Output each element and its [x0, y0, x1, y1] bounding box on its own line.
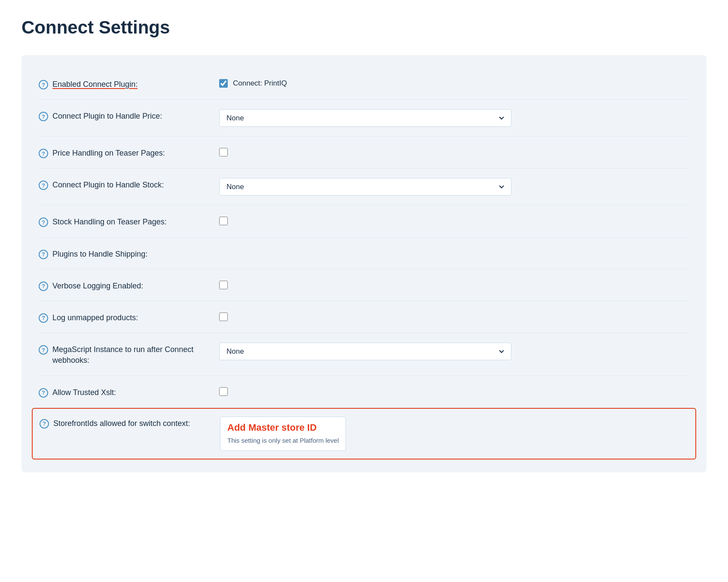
label-col-megascript-instance: ? MegaScript Instance to run after Conne…: [39, 343, 219, 366]
control-col-verbose-logging: [219, 279, 689, 289]
help-icon-enabled-connect-plugin[interactable]: ?: [39, 80, 48, 89]
checkbox-label-enabled-connect-plugin: Connect: PrintIQ: [233, 79, 287, 88]
label-col-price-handling-teaser: ? Price Handling on Teaser Pages:: [39, 146, 219, 159]
checkbox-log-unmapped-products[interactable]: [219, 312, 228, 321]
label-text-megascript-instance: MegaScript Instance to run after Connect…: [52, 344, 219, 366]
label-col-connect-plugin-price: ? Connect Plugin to Handle Price:: [39, 109, 219, 122]
control-col-connect-plugin-price: None: [219, 109, 689, 127]
help-icon-megascript-instance[interactable]: ?: [39, 345, 48, 355]
label-text-storefrontids-switch: StorefrontIds allowed for switch context…: [53, 418, 190, 429]
help-icon-verbose-logging[interactable]: ?: [39, 282, 48, 291]
select-connect-plugin-price[interactable]: None: [219, 109, 511, 127]
label-text-plugins-handle-shipping: Plugins to Handle Shipping:: [52, 249, 147, 260]
help-icon-allow-trusted-xslt[interactable]: ?: [39, 388, 48, 398]
help-icon-connect-plugin-stock[interactable]: ?: [39, 181, 48, 190]
settings-card: ? Enabled Connect Plugin: Connect: Print…: [21, 55, 707, 472]
help-icon-price-handling-teaser[interactable]: ?: [39, 149, 48, 158]
settings-row-megascript-instance: ? MegaScript Instance to run after Conne…: [39, 333, 689, 376]
control-col-log-unmapped-products: [219, 311, 689, 321]
settings-row-connect-plugin-stock: ? Connect Plugin to Handle Stock: None: [39, 168, 689, 205]
settings-row-allow-trusted-xslt: ? Allow Trusted Xslt:: [39, 376, 689, 408]
checkbox-enabled-connect-plugin[interactable]: [219, 79, 228, 88]
control-col-enabled-connect-plugin: Connect: PrintIQ: [219, 77, 689, 88]
label-col-storefrontids-switch: ? StorefrontIds allowed for switch conte…: [40, 417, 220, 429]
select-megascript-instance[interactable]: None: [219, 343, 511, 360]
checkbox-allow-trusted-xslt[interactable]: [219, 387, 228, 396]
settings-row-verbose-logging: ? Verbose Logging Enabled:: [39, 270, 689, 301]
label-text-stock-handling-teaser: Stock Handling on Teaser Pages:: [52, 217, 167, 227]
settings-row-storefrontids-switch: ? StorefrontIds allowed for switch conte…: [32, 408, 696, 459]
label-text-enabled-connect-plugin: Enabled Connect Plugin:: [52, 79, 138, 90]
control-col-connect-plugin-stock: None: [219, 178, 689, 196]
select-connect-plugin-stock[interactable]: None: [219, 178, 511, 196]
add-master-store-button[interactable]: Add Master store ID: [227, 422, 317, 433]
settings-row-enabled-connect-plugin: ? Enabled Connect Plugin: Connect: Print…: [39, 68, 689, 100]
page-title: Connect Settings: [21, 17, 707, 38]
master-store-input-area: Add Master store ID This setting is only…: [220, 417, 346, 451]
label-text-verbose-logging: Verbose Logging Enabled:: [52, 281, 143, 291]
checkbox-price-handling-teaser[interactable]: [219, 148, 228, 156]
label-text-log-unmapped-products: Log unmapped products:: [52, 312, 138, 323]
label-text-connect-plugin-stock: Connect Plugin to Handle Stock:: [52, 180, 164, 190]
label-col-verbose-logging: ? Verbose Logging Enabled:: [39, 279, 219, 291]
settings-row-plugins-handle-shipping: ? Plugins to Handle Shipping:: [39, 238, 689, 270]
settings-row-price-handling-teaser: ? Price Handling on Teaser Pages:: [39, 137, 689, 168]
label-text-price-handling-teaser: Price Handling on Teaser Pages:: [52, 148, 165, 159]
help-icon-stock-handling-teaser[interactable]: ?: [39, 217, 48, 227]
settings-row-stock-handling-teaser: ? Stock Handling on Teaser Pages:: [39, 205, 689, 237]
control-col-megascript-instance: None: [219, 343, 689, 360]
label-text-connect-plugin-price: Connect Plugin to Handle Price:: [52, 111, 162, 122]
platform-level-note: This setting is only set at Platform lev…: [227, 437, 339, 444]
label-col-plugins-handle-shipping: ? Plugins to Handle Shipping:: [39, 247, 219, 260]
label-col-log-unmapped-products: ? Log unmapped products:: [39, 311, 219, 323]
help-icon-log-unmapped-products[interactable]: ?: [39, 313, 48, 323]
label-col-connect-plugin-stock: ? Connect Plugin to Handle Stock:: [39, 178, 219, 190]
control-col-storefrontids-switch: Add Master store ID This setting is only…: [220, 417, 688, 451]
help-icon-plugins-handle-shipping[interactable]: ?: [39, 250, 48, 259]
checkbox-stock-handling-teaser[interactable]: [219, 217, 228, 225]
label-col-enabled-connect-plugin: ? Enabled Connect Plugin:: [39, 77, 219, 90]
checkbox-verbose-logging[interactable]: [219, 281, 228, 289]
settings-row-log-unmapped-products: ? Log unmapped products:: [39, 301, 689, 333]
label-text-allow-trusted-xslt: Allow Trusted Xslt:: [52, 387, 116, 398]
control-col-price-handling-teaser: [219, 146, 689, 156]
control-col-stock-handling-teaser: [219, 215, 689, 225]
help-icon-storefrontids-switch[interactable]: ?: [40, 419, 49, 429]
label-col-stock-handling-teaser: ? Stock Handling on Teaser Pages:: [39, 215, 219, 227]
control-col-allow-trusted-xslt: [219, 386, 689, 396]
settings-row-connect-plugin-price: ? Connect Plugin to Handle Price: None: [39, 100, 689, 137]
label-col-allow-trusted-xslt: ? Allow Trusted Xslt:: [39, 386, 219, 398]
help-icon-connect-plugin-price[interactable]: ?: [39, 112, 48, 121]
